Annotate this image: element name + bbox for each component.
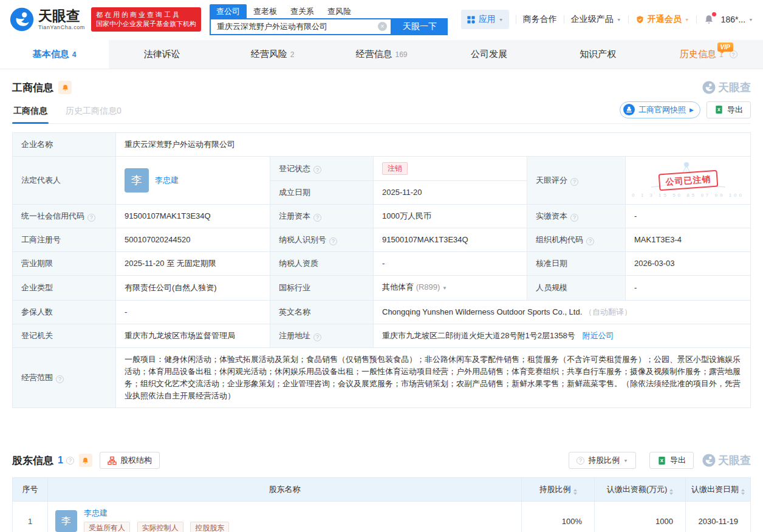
monitor-bell-button[interactable] (79, 454, 92, 467)
taxpayer-id-value: 91500107MAK1T3E34Q (374, 228, 527, 252)
business-scope-value: 一般项目：健身休闲活动；体验式拓展活动及策划；食品销售（仅销售预包装食品）；非公… (116, 348, 751, 408)
help-icon[interactable]: ? (313, 166, 321, 174)
notification-dot (712, 12, 716, 16)
excel-icon (714, 105, 724, 114)
score-cell: 0 1 3 15 50 85 97 99 100 公司已注销 (626, 157, 751, 205)
monitor-bell-button[interactable] (58, 81, 72, 94)
approve-date-value: 2026-03-03 (626, 252, 751, 276)
tianyancha-logo-icon (702, 454, 716, 467)
bell-icon (61, 84, 69, 92)
field-label: 登记机关 (13, 324, 116, 348)
tab-intellectual-property[interactable]: 知识产权 (545, 40, 654, 69)
shareholder-name-link[interactable]: 李忠建 (84, 508, 108, 517)
insured-value: - (116, 301, 270, 324)
field-label: 成立日期 (270, 181, 374, 205)
org-code-value: MAK1T3E3-4 (626, 228, 751, 252)
tab-basic-info[interactable]: 基本信息4 (0, 40, 109, 69)
promo-line1: 都在用的商业查询工具 (96, 10, 196, 19)
industry-value[interactable]: 其他体育 (R899) ▼ (374, 276, 527, 301)
export-button[interactable]: 导出 (707, 101, 751, 118)
nav-apps[interactable]: 应用 ▼ (461, 10, 509, 29)
col-header-amount[interactable]: 认缴出资额(万元) (595, 478, 686, 502)
notification-bell[interactable] (703, 14, 714, 25)
arrow-right-icon: ▶ (689, 107, 694, 113)
help-icon[interactable]: ? (66, 457, 74, 465)
field-label: 统一社会信用代码? (13, 205, 116, 228)
col-header-date[interactable]: 认缴出资日期 (686, 478, 751, 502)
legal-rep-avatar[interactable]: 李 (125, 168, 149, 193)
nav-enterprise[interactable]: 企业级产品 ▼ (571, 14, 621, 25)
help-icon[interactable]: ? (313, 214, 321, 222)
search-area: 查公司 查老板 查关系 查风险 × 天眼一下 (210, 4, 448, 35)
help-icon[interactable]: ? (329, 237, 337, 245)
field-label: 人员规模 (527, 276, 626, 301)
tab-operating-info[interactable]: 经营信息169 (327, 40, 436, 69)
help-icon[interactable]: ? (313, 333, 321, 341)
nav-user[interactable]: 186*... ▼ (721, 15, 753, 24)
tab-operating-risk[interactable]: 经营风险2 (218, 40, 327, 69)
field-label: 法定代表人 (13, 157, 116, 205)
tianyancha-logo-icon (10, 7, 34, 32)
field-label: 参保人数 (13, 301, 116, 324)
search-tab-boss[interactable]: 查老板 (247, 4, 284, 18)
field-label: 企业类型 (13, 276, 116, 301)
nearby-companies-link[interactable]: 附近公司 (582, 331, 614, 340)
shareholder-avatar[interactable]: 李 (55, 510, 77, 532)
search-tab-company[interactable]: 查公司 (210, 4, 247, 18)
bell-icon (81, 457, 89, 465)
subtab-business-info[interactable]: 工商信息 (12, 101, 49, 123)
equity-structure-button[interactable]: 股权结构 (100, 452, 160, 469)
field-label: 营业期限 (13, 252, 116, 276)
page-content: 工商信息 天眼查 工商信息 历史工商信息0 (0, 80, 763, 532)
help-icon[interactable]: ? (87, 214, 95, 222)
sort-icon[interactable] (741, 489, 745, 495)
brand-domain: TianYanCha.com (38, 24, 85, 30)
tab-company-development[interactable]: 公司发展 (436, 40, 545, 69)
help-icon[interactable]: ? (570, 178, 578, 186)
status-badge-cancelled: 注销 (382, 162, 408, 175)
search-input[interactable] (211, 22, 391, 31)
col-header-index: 序号 (13, 478, 48, 502)
field-label: 注册资本? (270, 205, 374, 228)
tab-history-info[interactable]: VIP 历史信息1 ? (654, 40, 763, 69)
stamp-icon (623, 104, 635, 115)
clear-search-icon[interactable]: × (378, 22, 387, 31)
help-icon: ? (577, 457, 584, 465)
help-icon[interactable]: ? (570, 214, 578, 222)
help-icon[interactable]: ? (586, 237, 594, 245)
help-icon[interactable]: ? (56, 375, 64, 383)
address-value: 重庆市九龙坡区二郎街道火炬大道28号附1号2层1358号 附近公司 (374, 324, 751, 348)
search-tab-relation[interactable]: 查关系 (284, 4, 321, 18)
export-button[interactable]: 导出 (649, 452, 694, 469)
top-nav: 应用 ▼ 商务合作 企业级产品 ▼ 开通会员 ▼ 1 (461, 10, 753, 29)
score-axis: 0 1 3 15 50 85 97 99 100 (632, 189, 744, 204)
sort-icon[interactable] (669, 489, 673, 495)
ratio-dropdown-button[interactable]: ? 持股比例 ▼ (569, 452, 636, 469)
chevron-down-icon: ▼ (623, 458, 628, 463)
company-name-value: 重庆云深荒野户外运动有限公司 (116, 133, 751, 157)
company-main-tabs: 基本信息4 法律诉讼 经营风险2 经营信息169 公司发展 知识产权 VIP 历… (0, 40, 763, 69)
table-row: 企业类型 有限责任公司(自然人独资) 国标行业 其他体育 (R899) ▼ 人员… (13, 276, 751, 301)
official-snapshot-button[interactable]: 工商官网快照 ▶ (620, 101, 700, 118)
tab-legal[interactable]: 法律诉讼 (109, 40, 217, 69)
search-button[interactable]: 天眼一下 (392, 18, 448, 35)
sort-icon[interactable] (573, 489, 577, 495)
col-header-ratio[interactable]: 持股比例 (522, 478, 595, 502)
search-tabs: 查公司 查老板 查关系 查风险 (210, 4, 448, 18)
nav-membership[interactable]: 开通会员 ▼ (635, 14, 689, 25)
legal-rep-link[interactable]: 李忠建 (155, 174, 179, 186)
search-tab-risk[interactable]: 查风险 (321, 4, 358, 18)
chevron-down-icon: ▼ (617, 17, 621, 22)
shareholders-section: 股东信息 1 ? 股权结构 ? 持股比例 ▼ (12, 452, 751, 532)
chevron-down-icon[interactable]: ▼ (442, 285, 447, 291)
reg-number-value: 500107020244520 (116, 228, 270, 252)
tianyancha-logo[interactable]: 天眼查 TianYanCha.com (10, 7, 85, 32)
nav-cooperation[interactable]: 商务合作 (523, 14, 557, 25)
subtab-history-business-info[interactable]: 历史工商信息0 (64, 101, 123, 123)
staff-size-value: - (626, 276, 751, 301)
section-title-business-info: 工商信息 (12, 81, 53, 95)
table-row: 统一社会信用代码? 91500107MAK1T3E34Q 注册资本? 1000万… (13, 205, 751, 228)
biz-term-value: 2025-11-20 至 无固定期限 (116, 252, 270, 276)
business-info-section: 工商信息 天眼查 工商信息 历史工商信息0 (12, 80, 751, 408)
top-header: 天眼查 TianYanCha.com 都在用的商业查询工具 国家中小企业发展子基… (0, 0, 763, 36)
